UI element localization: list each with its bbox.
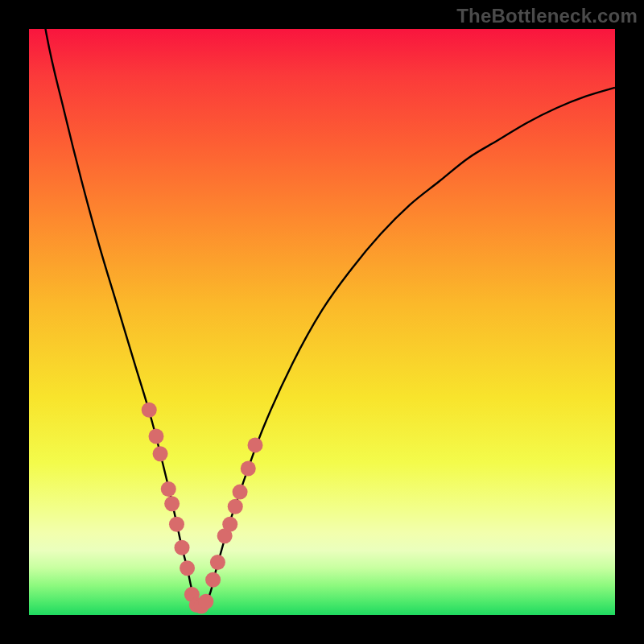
data-dot bbox=[248, 437, 263, 452]
data-dot bbox=[153, 446, 168, 461]
data-dot bbox=[175, 540, 190, 555]
data-dot bbox=[205, 572, 221, 588]
data-dot bbox=[241, 461, 256, 477]
curve-group bbox=[29, 0, 615, 608]
data-dot bbox=[169, 517, 184, 532]
data-dot bbox=[148, 428, 163, 444]
data-dot bbox=[210, 555, 225, 570]
bottleneck-curve bbox=[29, 0, 615, 608]
data-dot bbox=[228, 499, 243, 514]
watermark-text: TheBottleneck.com bbox=[456, 5, 638, 27]
chart-svg bbox=[29, 29, 615, 615]
data-dot bbox=[222, 517, 237, 532]
dots-group bbox=[142, 402, 263, 614]
plot-area bbox=[29, 29, 615, 615]
data-dot bbox=[164, 496, 180, 511]
data-dot bbox=[198, 594, 213, 609]
data-dot bbox=[233, 485, 248, 500]
data-dot bbox=[142, 402, 157, 418]
data-dot bbox=[161, 481, 176, 497]
data-dot bbox=[180, 560, 195, 576]
outer-frame: TheBottleneck.com bbox=[0, 0, 644, 644]
